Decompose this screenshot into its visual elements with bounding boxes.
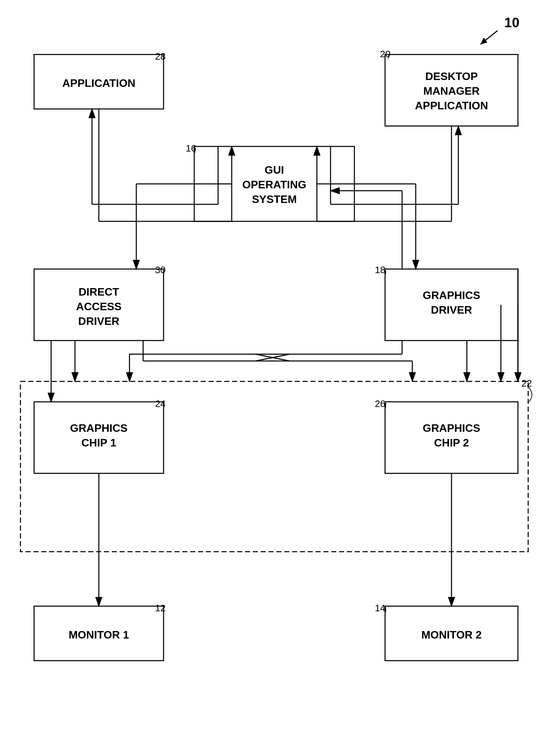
svg-marker-2 [480, 37, 487, 44]
graphics-chip-1-box [34, 402, 164, 473]
graphics-driver-box [384, 269, 517, 341]
svg-line-78 [256, 354, 290, 361]
monitor-1-box [34, 606, 164, 661]
monitor-2-box [384, 606, 517, 661]
svg-line-79 [256, 354, 290, 361]
gui-os-box [194, 146, 354, 221]
svg-line-1 [480, 31, 498, 44]
graphics-chip-2-box [384, 402, 517, 473]
direct-access-driver-box [34, 269, 164, 341]
svg-text:10: 10 [504, 15, 520, 30]
svg-text:22: 22 [521, 378, 532, 389]
application-box [34, 54, 164, 109]
desktop-manager-box [384, 54, 517, 126]
